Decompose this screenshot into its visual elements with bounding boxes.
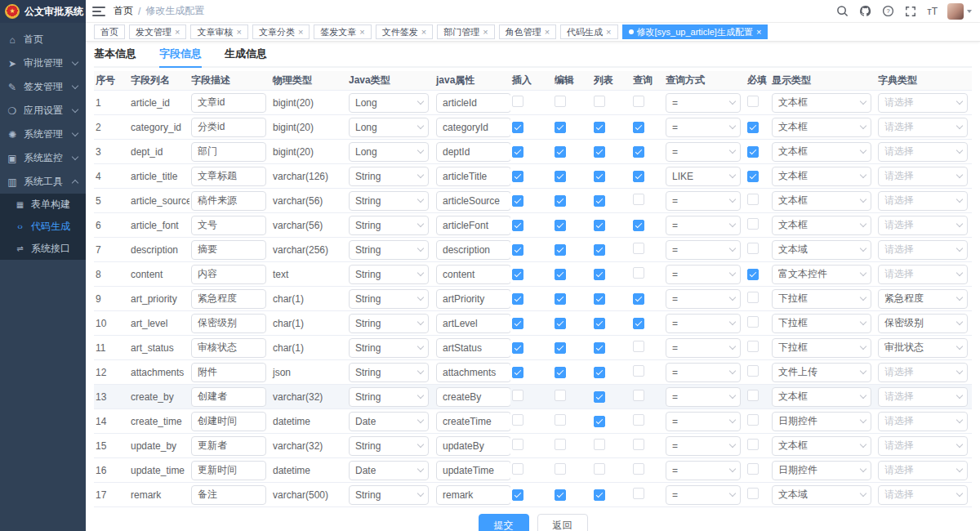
query-checkbox[interactable] xyxy=(633,488,644,499)
java-property-input[interactable] xyxy=(436,142,510,162)
field-description-input[interactable] xyxy=(191,167,266,186)
tab-基本信息[interactable]: 基本信息 xyxy=(94,47,136,68)
field-description-input[interactable] xyxy=(191,118,266,137)
tag-item[interactable]: 文件签发× xyxy=(376,25,433,39)
query-checkbox[interactable] xyxy=(633,341,644,352)
field-description-input[interactable] xyxy=(191,240,266,260)
insert-checkbox[interactable] xyxy=(512,244,523,256)
insert-checkbox[interactable] xyxy=(512,146,523,158)
dict-type-select[interactable]: 请选择 xyxy=(878,387,968,407)
edit-checkbox[interactable] xyxy=(555,367,566,378)
edit-checkbox[interactable] xyxy=(555,195,566,207)
tag-item[interactable]: 文章分类× xyxy=(252,25,310,39)
required-checkbox[interactable] xyxy=(747,365,759,377)
font-size-icon[interactable]: тT xyxy=(927,6,938,17)
required-checkbox[interactable] xyxy=(747,194,759,205)
sidebar-item-system-monitor[interactable]: ▣系统监控 xyxy=(0,146,86,170)
search-icon[interactable] xyxy=(835,5,849,18)
java-property-input[interactable] xyxy=(436,191,510,211)
dict-type-select[interactable]: 请选择 xyxy=(878,216,968,235)
edit-checkbox[interactable] xyxy=(555,414,566,426)
edit-checkbox[interactable] xyxy=(555,342,566,354)
close-icon[interactable]: × xyxy=(175,28,180,37)
query-checkbox[interactable] xyxy=(633,267,644,279)
query-type-select[interactable]: = xyxy=(666,191,741,211)
edit-checkbox[interactable] xyxy=(555,489,566,501)
tag-item[interactable]: 发文管理× xyxy=(129,25,186,39)
insert-checkbox[interactable] xyxy=(512,195,523,207)
edit-checkbox[interactable] xyxy=(555,269,566,280)
edit-checkbox[interactable] xyxy=(555,293,566,305)
query-checkbox[interactable] xyxy=(633,414,644,426)
display-type-select[interactable]: 日期控件 xyxy=(772,461,871,480)
list-checkbox[interactable] xyxy=(594,122,605,133)
display-type-select[interactable]: 日期控件 xyxy=(772,412,871,431)
query-checkbox[interactable] xyxy=(633,439,644,450)
dict-type-select[interactable]: 请选择 xyxy=(878,240,968,260)
insert-checkbox[interactable] xyxy=(512,220,523,231)
java-property-input[interactable] xyxy=(436,363,510,382)
insert-checkbox[interactable] xyxy=(512,439,523,450)
query-checkbox[interactable] xyxy=(633,146,644,158)
insert-checkbox[interactable] xyxy=(512,171,523,182)
display-type-select[interactable]: 文本框 xyxy=(772,387,871,407)
dict-type-select[interactable]: 请选择 xyxy=(878,167,968,186)
query-type-select[interactable]: = xyxy=(666,314,741,333)
query-checkbox[interactable] xyxy=(633,390,644,401)
java-property-input[interactable] xyxy=(436,338,510,358)
query-checkbox[interactable] xyxy=(633,194,644,205)
query-checkbox[interactable] xyxy=(633,293,644,305)
java-property-input[interactable] xyxy=(436,240,510,260)
java-property-input[interactable] xyxy=(436,412,510,431)
close-icon[interactable]: × xyxy=(236,28,241,37)
insert-checkbox[interactable] xyxy=(512,269,523,280)
java-property-input[interactable] xyxy=(436,485,510,505)
close-icon[interactable]: × xyxy=(606,28,611,37)
display-type-select[interactable]: 文本框 xyxy=(772,118,871,137)
query-checkbox[interactable] xyxy=(633,96,644,107)
display-type-select[interactable]: 富文本控件 xyxy=(772,265,871,284)
java-property-input[interactable] xyxy=(436,461,510,480)
required-checkbox[interactable] xyxy=(747,414,759,426)
query-type-select[interactable]: = xyxy=(666,216,741,235)
submit-button[interactable]: 提交 xyxy=(479,514,529,531)
dict-type-select[interactable]: 请选择 xyxy=(878,118,968,137)
field-description-input[interactable] xyxy=(191,93,266,113)
query-type-select[interactable]: = xyxy=(666,93,741,113)
dict-type-select[interactable]: 请选择 xyxy=(878,191,968,211)
breadcrumb-item[interactable]: 首页 xyxy=(114,4,133,18)
java-type-select[interactable]: Date xyxy=(349,461,429,480)
java-property-input[interactable] xyxy=(436,216,510,235)
java-type-select[interactable]: String xyxy=(349,265,429,284)
query-type-select[interactable]: LIKE xyxy=(666,167,741,186)
java-type-select[interactable]: String xyxy=(349,216,429,235)
display-type-select[interactable]: 文本框 xyxy=(772,167,871,186)
sidebar-item-form-build[interactable]: ▦表单构建 xyxy=(0,194,86,216)
edit-checkbox[interactable] xyxy=(555,171,566,182)
java-type-select[interactable]: Long xyxy=(349,142,429,162)
dict-type-select[interactable]: 请选择 xyxy=(878,363,968,382)
sidebar-item-code-gen[interactable]: ‹›代码生成 xyxy=(0,216,86,238)
sidebar-item-home[interactable]: ⌂首页 xyxy=(0,28,86,51)
close-icon[interactable]: × xyxy=(545,28,550,37)
hamburger-icon[interactable] xyxy=(92,7,105,16)
dict-type-select[interactable]: 审批状态 xyxy=(878,338,968,358)
java-type-select[interactable]: String xyxy=(349,485,429,505)
sidebar-item-system-mgmt[interactable]: ✺系统管理 xyxy=(0,123,86,146)
help-icon[interactable]: ? xyxy=(881,5,894,18)
query-type-select[interactable]: = xyxy=(666,265,741,284)
java-property-input[interactable] xyxy=(436,118,510,137)
display-type-select[interactable]: 文本域 xyxy=(772,485,871,505)
dict-type-select[interactable]: 保密级别 xyxy=(878,314,968,333)
list-checkbox[interactable] xyxy=(594,489,605,501)
list-checkbox[interactable] xyxy=(594,463,605,475)
close-icon[interactable]: × xyxy=(298,28,303,37)
display-type-select[interactable]: 下拉框 xyxy=(772,289,871,309)
java-type-select[interactable]: String xyxy=(349,363,429,382)
field-description-input[interactable] xyxy=(191,485,266,505)
display-type-select[interactable]: 文本框 xyxy=(772,216,871,235)
java-type-select[interactable]: String xyxy=(349,191,429,211)
java-property-input[interactable] xyxy=(436,265,510,284)
query-type-select[interactable]: = xyxy=(666,142,741,162)
tag-item[interactable]: 修改[sys_up_article]生成配置× xyxy=(622,25,768,39)
